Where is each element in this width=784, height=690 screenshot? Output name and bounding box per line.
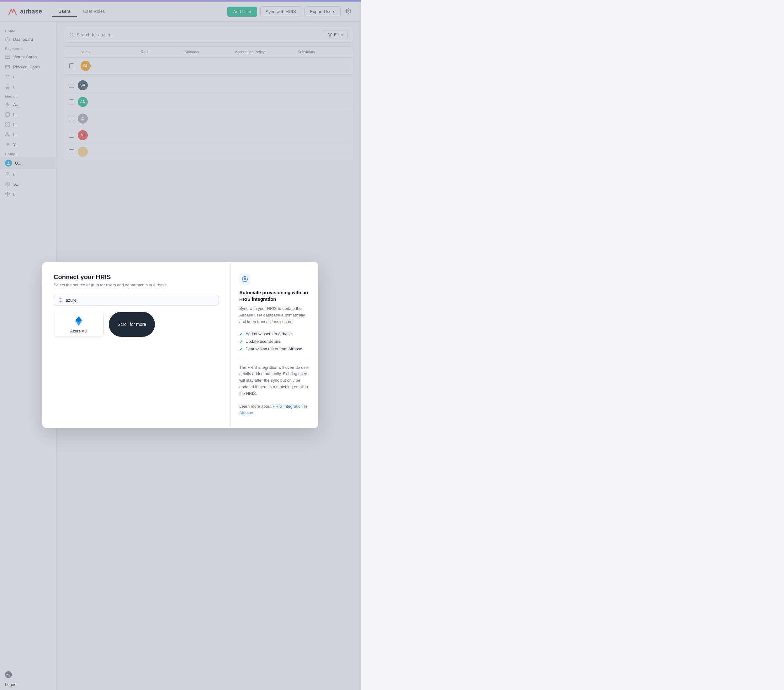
svg-point-37: [59, 298, 62, 301]
check-item-1: ✓ Add new users to Airbase: [239, 331, 310, 336]
hris-modal: Connect your HRIS Select the source of t…: [42, 262, 318, 428]
azure-icon: [73, 316, 84, 327]
divider: [239, 358, 310, 358]
check-item-2: ✓ Update user details: [239, 339, 310, 344]
integration-grid: Azure AD Scroll for more: [54, 312, 219, 337]
svg-point-43: [244, 278, 246, 280]
modal-overlay[interactable]: Connect your HRIS Select the source of t…: [0, 0, 361, 690]
azure-ad-label: Azure AD: [70, 329, 87, 333]
azure-ad-card[interactable]: Azure AD: [54, 312, 104, 337]
scroll-for-more-button[interactable]: Scroll for more: [109, 312, 155, 337]
svg-line-38: [62, 301, 63, 302]
modal-left-panel: Connect your HRIS Select the source of t…: [42, 262, 231, 428]
footer-text: The HRIS integration will override user …: [239, 365, 309, 396]
check-item-3: ✓ Deprovision users from Airbase: [239, 347, 310, 352]
modal-search: [54, 295, 219, 305]
right-panel-icon-wrap: [239, 273, 250, 285]
right-panel-title: Automate provisioning with an HRIS integ…: [239, 289, 310, 302]
checkmark-icon: ✓: [239, 339, 243, 344]
link-prefix: Learn more about: [239, 404, 272, 408]
modal-subtitle: Select the source of truth for users and…: [54, 283, 219, 287]
check-label: Update user details: [245, 339, 281, 344]
check-label: Deprovision users from Airbase: [245, 347, 302, 351]
right-panel-desc: Sync with your HRIS to update the Airbas…: [239, 305, 310, 325]
check-list: ✓ Add new users to Airbase ✓ Update user…: [239, 331, 310, 352]
modal-search-input[interactable]: [66, 298, 214, 303]
gear-blue-icon: [242, 276, 248, 282]
checkmark-icon: ✓: [239, 347, 243, 352]
modal-right-panel: Automate provisioning with an HRIS integ…: [231, 262, 318, 428]
modal-search-icon: [58, 298, 63, 303]
checkmark-icon: ✓: [239, 331, 243, 336]
right-panel-footer: The HRIS integration will override user …: [239, 364, 310, 417]
modal-title: Connect your HRIS: [54, 273, 219, 281]
check-label: Add new users to Airbase: [245, 331, 292, 336]
